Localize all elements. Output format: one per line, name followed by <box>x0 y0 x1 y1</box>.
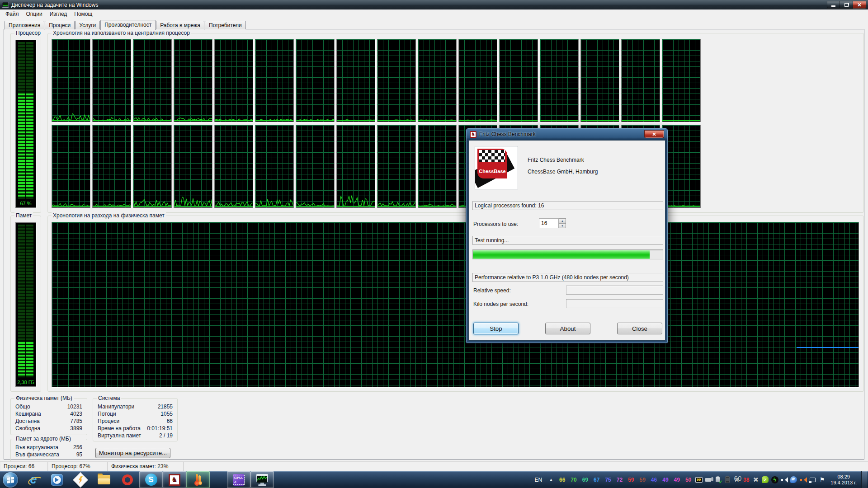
close-dialog-button[interactable]: Close <box>617 323 662 334</box>
taskbar-explorer[interactable] <box>92 471 116 488</box>
announcer-tray-icon[interactable] <box>798 475 808 485</box>
spin-up-button[interactable]: ▲ <box>559 218 566 223</box>
core-temp-10[interactable]: 49 <box>671 477 683 483</box>
taskbar-cpuz[interactable]: CPU-Z <box>227 471 250 488</box>
cpuz-icon: CPU-Z <box>233 474 245 486</box>
tab-3[interactable]: Производителност <box>100 20 156 30</box>
stop-button[interactable]: Stop <box>473 323 519 334</box>
clock[interactable]: 08:29 19.4.2013 г. <box>827 474 861 486</box>
taskbar-opera[interactable] <box>116 471 139 488</box>
tab-4[interactable]: Работа в мрежа <box>156 21 204 29</box>
performance-field: Performance relative to P3 1.0 GHz (480 … <box>472 273 663 282</box>
taskbar-media-player[interactable] <box>45 471 69 488</box>
tab-1[interactable]: Процеси <box>45 21 75 29</box>
core-temp-1[interactable]: 70 <box>568 477 579 483</box>
afterburner-tray-icon[interactable]: ✖ 60 <box>732 475 741 485</box>
input-devices-tray-icon[interactable] <box>703 475 713 485</box>
start-button[interactable] <box>3 472 18 488</box>
cpu-group-label: Процесор <box>14 30 42 36</box>
cpu-graph-25 <box>418 125 457 208</box>
dialog-title: Fritz Chess Benchmark <box>479 131 536 137</box>
core-temp-9[interactable]: 49 <box>660 477 671 483</box>
gpu-monitor-tray-icon[interactable]: 99 <box>694 475 703 485</box>
kilo-nodes-label: Kilo nodes per second: <box>473 301 528 307</box>
menu-item-0[interactable]: Файл <box>2 10 23 18</box>
language-indicator[interactable]: EN <box>531 477 546 483</box>
cpu-usage-meter: 67 % <box>15 40 36 208</box>
tabstrip: ПриложенияПроцесиУслугиПроизводителностР… <box>5 20 246 29</box>
razer-tray-icon[interactable]: ϟ <box>770 475 779 485</box>
dialog-close-button[interactable]: ✕ <box>644 130 664 138</box>
action-center-tray-icon[interactable]: ⚑ <box>817 475 827 485</box>
about-button[interactable]: About <box>545 323 590 334</box>
antivirus-tray-icon[interactable]: ✓ <box>760 475 770 485</box>
taskbar-winamp[interactable] <box>69 471 92 488</box>
taskbar-fritz[interactable]: ♞ <box>163 471 186 488</box>
taskbar-internet-explorer[interactable]: e <box>22 471 45 488</box>
tab-2[interactable]: Услуги <box>75 21 100 29</box>
dialog-titlebar[interactable]: ♞ Fritz Chess Benchmark ✕ <box>466 128 668 140</box>
core-temp-5[interactable]: 72 <box>614 477 625 483</box>
physical-memory-row-1: Кеширана4023 <box>14 410 83 418</box>
messenger-tray-icon[interactable] <box>789 475 798 485</box>
kernel-memory-label-1: Във физическата <box>15 451 59 458</box>
taskbar-temperature-monitor[interactable] <box>186 471 210 488</box>
spin-down-button[interactable]: ▼ <box>559 223 566 228</box>
core-temp-6[interactable]: 59 <box>625 477 637 483</box>
network-tray-icon[interactable] <box>808 475 817 485</box>
physical-memory-row-2: Достъпна7785 <box>14 418 83 425</box>
menu-item-2[interactable]: Изглед <box>46 10 71 18</box>
cpu-graph-1 <box>92 39 131 122</box>
menu-item-3[interactable]: Помощ <box>71 10 96 18</box>
system-tray: EN ▲ 667069677572595946494950 99 ✓ ✖ 60 … <box>531 471 868 488</box>
memory-history-group-label: Хронология на разхода на физическа памет <box>52 212 166 219</box>
extra-temp-tray-item[interactable]: 38 <box>741 475 751 485</box>
show-desktop-button[interactable] <box>861 471 867 488</box>
status-memory: Физическа памет: 23% <box>108 462 184 471</box>
knight-icon: ♞ <box>471 132 475 136</box>
memory-history-group: Хронология на разхода на физическа памет <box>47 216 864 392</box>
tray-expand-icon[interactable]: ▲ <box>546 478 557 482</box>
core-temp-4[interactable]: 75 <box>602 477 613 483</box>
cpu-graph-13 <box>580 39 619 122</box>
speaker-icon <box>781 477 788 483</box>
volume-tray-icon[interactable] <box>779 475 789 485</box>
skype-icon: S <box>145 474 157 486</box>
usb-eject-tray-icon[interactable]: ✓ <box>713 475 722 485</box>
core-temp-3[interactable]: 67 <box>591 477 602 483</box>
tab-5[interactable]: Потребители <box>205 21 246 29</box>
core-temp-11[interactable]: 50 <box>683 477 694 483</box>
processors-spinbox[interactable]: 16 ▲ ▼ <box>539 218 567 228</box>
benchmark-progress-bar <box>472 249 663 259</box>
menu-item-1[interactable]: Опции <box>23 10 46 18</box>
cpu-graph-6 <box>296 39 335 122</box>
afterburner2-tray-icon[interactable]: ✖ <box>751 475 760 485</box>
processors-value[interactable]: 16 <box>539 218 559 228</box>
core-temp-8[interactable]: 46 <box>648 477 660 483</box>
system-row-2: Процеси66 <box>97 418 174 425</box>
taskbar-skype[interactable]: S <box>139 471 163 488</box>
processors-to-use-label: Processors to use: <box>473 221 518 227</box>
task-manager-icon <box>2 2 9 8</box>
cpu-graph-14 <box>621 39 660 122</box>
physical-memory-value-0: 10231 <box>67 404 82 410</box>
orange-horn-icon <box>800 477 807 483</box>
phone-tray-icon[interactable] <box>722 475 732 485</box>
core-temp-0[interactable]: 66 <box>557 477 568 483</box>
relative-speed-label: Relative speed: <box>473 287 511 294</box>
system-value-3: 0:01:19:51 <box>147 425 173 432</box>
taskbar-task-manager[interactable] <box>250 471 274 488</box>
physical-memory-label-1: Кеширана <box>15 411 41 417</box>
core-temp-7[interactable]: 59 <box>637 477 648 483</box>
close-button[interactable]: ✕ <box>853 1 866 9</box>
cpu-graph-3 <box>174 39 212 122</box>
minimize-button[interactable] <box>827 1 840 9</box>
tab-0[interactable]: Приложения <box>5 21 44 29</box>
restore-button[interactable] <box>840 1 853 9</box>
blue-bird-icon <box>790 476 797 483</box>
core-temp-2[interactable]: 69 <box>580 477 591 483</box>
phone-icon <box>725 476 730 483</box>
cpu-graph-22 <box>296 125 335 208</box>
afterburner-temp-value: 60 <box>734 475 742 482</box>
resource-monitor-button[interactable]: Монитор на ресурсите... <box>95 448 170 458</box>
